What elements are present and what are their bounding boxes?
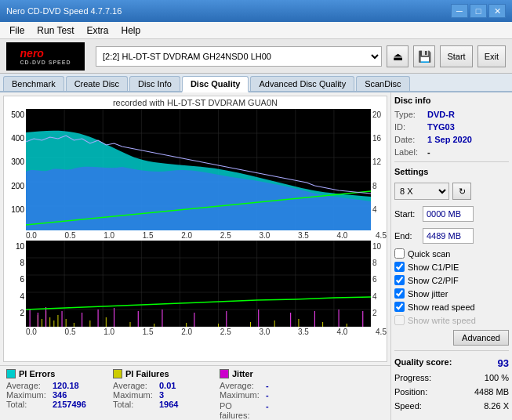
refresh-button[interactable]: ↻ [452, 183, 471, 200]
minimize-button[interactable]: ─ [451, 4, 468, 18]
pif-avg-value: 0.01 [159, 381, 176, 390]
pif-total-value: 1964 [159, 400, 178, 409]
c2-pif-label: Show C2/PIF [408, 276, 459, 285]
id-value: TYG03 [427, 122, 455, 132]
tab-scandisc[interactable]: ScanDisc [356, 76, 409, 91]
tab-disc-quality[interactable]: Disc Quality [182, 76, 249, 92]
tab-advanced-disc-quality[interactable]: Advanced Disc Quality [250, 76, 354, 91]
menu-run-test[interactable]: Run Test [31, 24, 80, 38]
end-input[interactable] [423, 228, 474, 244]
pi-avg-label: Average: [6, 381, 49, 390]
date-value: 1 Sep 2020 [427, 135, 472, 144]
lower-x-axis: 0.0 0.5 1.0 1.5 2.0 2.5 3.0 3.5 4.0 4.5 [4, 327, 387, 337]
exit-button[interactable]: Exit [478, 45, 506, 67]
pi-failures-label: PI Failures [125, 369, 169, 378]
maximize-button[interactable]: □ [470, 4, 487, 18]
quick-scan-label: Quick scan [408, 249, 450, 259]
speed-selector[interactable]: 8 X Max 1 X 2 X 4 X 16 X [394, 183, 449, 200]
upper-chart-plot [26, 109, 371, 230]
menu-extra[interactable]: Extra [80, 24, 114, 38]
start-mb-label: Start: [394, 209, 419, 219]
toolbar: nero CD-DVD SPEED [2:2] HL-DT-ST DVDRAM … [0, 39, 512, 74]
window-controls: ─ □ ✕ [451, 4, 506, 18]
pi-total-label: Total: [6, 400, 49, 409]
c2-pif-row: Show C2/PIF [394, 275, 509, 285]
menu-file[interactable]: File [3, 24, 31, 38]
separator-2 [394, 350, 509, 351]
jitter-label: Jitter [232, 369, 253, 378]
c2-pif-checkbox[interactable] [394, 275, 405, 285]
jitter-color [220, 369, 229, 378]
type-value: DVD-R [427, 110, 455, 119]
pi-max-label: Maximum: [6, 390, 49, 400]
po-failures-label: PO failures: [220, 401, 263, 420]
jitter-row: Show jitter [394, 288, 509, 299]
pi-errors-label: PI Errors [19, 369, 55, 378]
read-speed-label: Show read speed [408, 302, 475, 312]
menubar: File Run Test Extra Help [0, 22, 512, 39]
end-mb-label: End: [394, 231, 419, 241]
app-title: Nero CD-DVD Speed 4.7.7.16 [6, 6, 122, 16]
right-panel: Disc info Type: DVD-R ID: TYG03 Date: 1 … [390, 92, 512, 420]
advanced-button[interactable]: Advanced [453, 330, 509, 346]
save-button[interactable]: 💾 [413, 45, 435, 67]
progress-label: Progress: [394, 373, 431, 382]
lower-y-axis: 10 8 6 4 2 [4, 241, 26, 327]
progress-value: 100 % [485, 373, 509, 382]
pif-max-value: 3 [159, 390, 164, 400]
nero-brand: nero [20, 47, 44, 60]
pi-errors-color [6, 369, 16, 378]
read-speed-checkbox[interactable] [394, 302, 405, 312]
c1-pie-row: Show C1/PIE [394, 262, 509, 272]
end-row: End: [394, 228, 509, 244]
tab-create-disc[interactable]: Create Disc [66, 76, 128, 91]
start-button[interactable]: Start [440, 45, 472, 67]
write-speed-checkbox [394, 315, 405, 325]
upper-x-axis: 0.0 0.5 1.0 1.5 2.0 2.5 3.0 3.5 4.0 4.5 [4, 230, 387, 241]
chart-area: recorded with HL-DT-ST DVDRAM GUA0N 500 … [3, 96, 387, 362]
jitter-avg-value: - [266, 381, 269, 390]
start-input[interactable] [423, 206, 474, 222]
jitter-checkbox-label: Show jitter [408, 289, 448, 299]
tab-bar: Benchmark Create Disc Disc Info Disc Qua… [0, 74, 512, 92]
jitter-stat: Jitter Average: - Maximum: - PO failures… [220, 369, 314, 417]
eject-button[interactable]: ⏏ [387, 45, 409, 67]
pif-total-label: Total: [113, 400, 156, 409]
disc-info-title: Disc info [394, 96, 509, 105]
disc-label-value: - [427, 147, 430, 157]
speed-row: Speed: 8.26 X [394, 401, 509, 411]
start-row: Start: [394, 206, 509, 222]
upper-y-axis: 500 400 300 200 100 [4, 109, 26, 230]
pif-avg-label: Average: [113, 381, 156, 390]
jitter-max-value: - [266, 390, 269, 400]
read-speed-row: Show read speed [394, 302, 509, 312]
pi-failures-stat: PI Failures Average: 0.01 Maximum: 3 Tot… [113, 369, 207, 417]
lower-chart-plot [26, 241, 371, 327]
drive-selector[interactable]: [2:2] HL-DT-ST DVDRAM GH24NSD0 LH00 [96, 46, 382, 67]
disc-label-label: Label: [394, 147, 424, 157]
date-label: Date: [394, 135, 424, 144]
pi-avg-value: 120.18 [53, 381, 79, 390]
quick-scan-checkbox[interactable] [394, 248, 405, 259]
settings-title: Settings [394, 167, 509, 176]
quick-scan-row: Quick scan [394, 248, 509, 259]
id-label: ID: [394, 122, 424, 132]
nero-product: CD-DVD SPEED [20, 60, 71, 65]
c1-pie-checkbox[interactable] [394, 262, 405, 272]
jitter-checkbox[interactable] [394, 288, 405, 299]
lower-y-right: 10 8 6 4 2 [371, 241, 387, 327]
c1-pie-label: Show C1/PIE [408, 262, 459, 272]
type-label: Type: [394, 110, 424, 119]
tab-disc-info[interactable]: Disc Info [129, 76, 180, 91]
close-button[interactable]: ✕ [488, 4, 506, 18]
menu-help[interactable]: Help [115, 24, 147, 38]
po-failures-value: - [266, 401, 269, 420]
upper-y-right: 20 16 12 8 4 [371, 109, 387, 230]
tab-benchmark[interactable]: Benchmark [3, 76, 64, 91]
chart-section: recorded with HL-DT-ST DVDRAM GUA0N 500 … [0, 92, 390, 420]
chart-title: recorded with HL-DT-ST DVDRAM GUA0N [4, 96, 387, 109]
jitter-avg-label: Average: [220, 381, 263, 390]
write-speed-label: Show write speed [408, 316, 476, 325]
quality-score-row: Quality score: 93 [394, 357, 509, 369]
separator-1 [394, 161, 509, 162]
